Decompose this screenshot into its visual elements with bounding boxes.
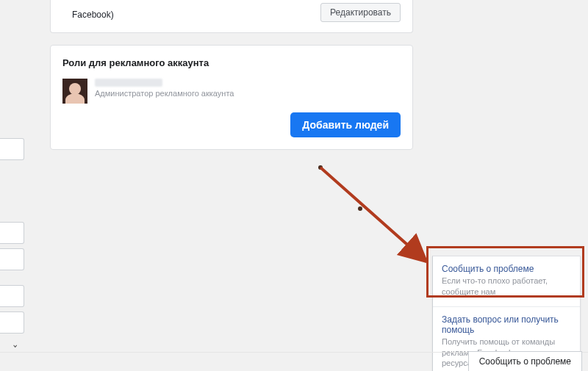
help-item-report-problem[interactable]: Сообщить о проблеме Если что-то плохо ра… bbox=[433, 256, 580, 307]
user-name-blurred bbox=[95, 79, 162, 87]
sidebar-sliver bbox=[0, 248, 24, 270]
sidebar-sliver bbox=[0, 311, 24, 334]
report-problem-dock-button[interactable]: Сообщить о проблеме bbox=[468, 351, 582, 371]
avatar bbox=[62, 79, 87, 104]
help-item-desc: Если что-то плохо работает, сообщите нам bbox=[442, 275, 571, 298]
ad-account-roles-card: Роли для рекламного аккаунта Администрат… bbox=[50, 45, 413, 150]
sidebar-sliver bbox=[0, 138, 24, 160]
card-text-fragment: Facebook) bbox=[62, 10, 114, 20]
annotation-arrow bbox=[316, 163, 441, 273]
sidebar-sliver bbox=[0, 285, 24, 307]
roles-heading: Роли для рекламного аккаунта bbox=[62, 57, 401, 68]
help-item-title: Сообщить о проблеме bbox=[442, 264, 571, 274]
settings-card: Facebook) Редактировать bbox=[50, 0, 413, 33]
svg-point-1 bbox=[358, 206, 362, 211]
svg-line-2 bbox=[320, 168, 426, 262]
add-people-button[interactable]: Добавить людей bbox=[290, 112, 401, 137]
sidebar-sliver bbox=[0, 222, 24, 244]
edit-button[interactable]: Редактировать bbox=[320, 3, 401, 22]
help-item-title: Задать вопрос или получить помощь bbox=[442, 314, 571, 335]
user-row: Администратор рекламного аккаунта bbox=[62, 79, 401, 104]
user-role-label: Администратор рекламного аккаунта bbox=[95, 89, 234, 98]
svg-point-0 bbox=[318, 165, 323, 170]
chevron-down-icon[interactable]: ⌄ bbox=[12, 338, 19, 350]
